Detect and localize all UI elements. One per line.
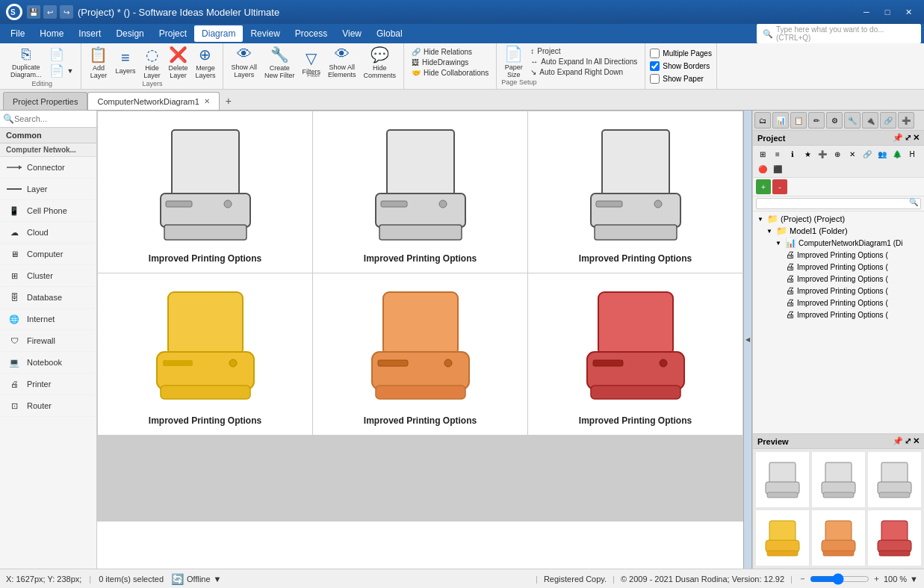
pt-btn-add2[interactable]: ⊕ — [831, 147, 844, 161]
sidebar-item-notebook[interactable]: 💻 Notebook — [0, 352, 96, 374]
tab-computer-network[interactable]: ComputerNetworkDiagram1 ✕ — [87, 92, 219, 110]
project-pin-button[interactable]: 📌 — [893, 133, 903, 143]
preview-pin-button[interactable]: 📌 — [893, 436, 903, 446]
rp-tab-3[interactable]: 📋 — [790, 112, 807, 129]
pt-btn-stop[interactable]: ⬛ — [771, 162, 784, 176]
duplicate-diagram-button[interactable]: ⎘ DuplicateDiagram... — [7, 44, 45, 81]
sidebar-item-router[interactable]: ⊡ Router — [0, 395, 96, 417]
sidebar-item-firewall[interactable]: 🛡 Firewall — [0, 330, 96, 352]
tree-item-diagram[interactable]: ▼ 📊 ComputerNetworkDiagram1 (Di — [754, 237, 923, 249]
menu-diagram[interactable]: Diagram — [194, 25, 243, 42]
pt-btn-people[interactable]: 👥 — [875, 147, 889, 161]
paper-size-button[interactable]: 📄 PaperSize — [501, 49, 526, 75]
sidebar-item-computer[interactable]: 🖥 Computer — [0, 244, 96, 265]
pt-btn-h[interactable]: H — [905, 147, 919, 161]
layers-button[interactable]: ≡ Layers — [112, 44, 138, 81]
pro-btn-2[interactable]: 📄 ▼ — [46, 63, 77, 78]
tree-item-project[interactable]: ▼ 📁 (Project) (Project) — [754, 213, 923, 225]
preview-expand-button[interactable]: ⤢ — [905, 436, 911, 446]
menu-home[interactable]: Home — [32, 25, 71, 42]
pt-btn-star[interactable]: ★ — [801, 147, 814, 161]
tree-item-printer-0[interactable]: 🖨 Improved Printing Options ( — [754, 249, 923, 261]
tree-item-printer-2[interactable]: 🖨 Improved Printing Options ( — [754, 273, 923, 285]
rp-tab-7[interactable]: 🔌 — [862, 112, 878, 129]
zoom-slider[interactable] — [810, 573, 869, 585]
sidebar-item-database[interactable]: 🗄 Database — [0, 287, 96, 309]
pro-btn-1[interactable]: 📄 — [46, 46, 77, 62]
menu-insert[interactable]: Insert — [71, 25, 108, 42]
tab-add-button[interactable]: + — [220, 92, 238, 110]
search-bar[interactable]: 🔍 Type here what you want to do... (CTRL… — [757, 24, 921, 43]
tab-close-button[interactable]: ✕ — [204, 97, 210, 105]
tree-item-model1[interactable]: ▼ 📁 Model1 (Folder) — [754, 225, 923, 237]
hide-layer-button[interactable]: ◌ HideLayer — [140, 44, 164, 81]
rp-tab-9[interactable]: ➕ — [898, 112, 914, 129]
auto-expand-right-down-button[interactable]: ↘ Auto Expand Right Down — [527, 67, 640, 77]
canvas-cell-3[interactable]: Improved Printing Options — [98, 273, 312, 435]
collapse-handle[interactable]: ◀ — [743, 111, 752, 569]
menu-review[interactable]: Review — [243, 25, 287, 42]
sidebar-item-internet[interactable]: 🌐 Internet — [0, 309, 96, 330]
hide-drawings-button[interactable]: 🖼 HideDrawings — [409, 58, 492, 67]
hide-collaborations-button[interactable]: 🤝 Hide Collaborations — [409, 68, 492, 78]
menu-file[interactable]: File — [3, 25, 32, 42]
save-icon[interactable]: 💾 — [27, 5, 40, 19]
project-close-button[interactable]: ✕ — [913, 133, 920, 143]
pt-btn-remove[interactable]: ✕ — [846, 147, 859, 161]
undo-icon[interactable]: ↩ — [43, 5, 57, 19]
tree-item-printer-1[interactable]: 🖨 Improved Printing Options ( — [754, 261, 923, 273]
delete-layer-button[interactable]: ❌ DeleteLayer — [165, 44, 190, 81]
rp-tab-6[interactable]: 🔧 — [844, 112, 861, 129]
close-button[interactable]: ✕ — [899, 4, 918, 19]
canvas-cell-1[interactable]: Improved Printing Options — [313, 111, 527, 273]
pt-btn-grid[interactable]: ⊞ — [756, 147, 769, 161]
sidebar-item-layer[interactable]: Layer — [0, 179, 96, 200]
sidebar-item-cloud[interactable]: ☁ Cloud — [0, 222, 96, 244]
pt-btn-list[interactable]: ≡ — [771, 147, 784, 161]
rp-tab-4[interactable]: ✏ — [808, 112, 825, 129]
pt-btn-refresh[interactable]: 🔴 — [756, 162, 769, 176]
orientation-button[interactable]: ↕ Project — [527, 46, 640, 56]
multiple-pages-checkbox[interactable]: Multiple Pages — [650, 49, 712, 58]
status-offline[interactable]: 🔄 Offline ▼ — [171, 573, 221, 585]
show-paper-checkbox[interactable]: Show Paper — [650, 74, 703, 84]
pt-btn-plus2[interactable]: + — [756, 179, 771, 194]
sidebar-item-connector[interactable]: Connector — [0, 157, 96, 179]
pt-btn-tree[interactable]: 🌲 — [890, 147, 904, 161]
multiple-pages-input[interactable] — [650, 49, 660, 58]
sidebar-item-cluster[interactable]: ⊞ Cluster — [0, 265, 96, 287]
rp-tab-5[interactable]: ⚙ — [826, 112, 843, 129]
project-expand-button[interactable]: ⤢ — [905, 133, 911, 143]
pt-btn-add[interactable]: ➕ — [816, 147, 829, 161]
maximize-button[interactable]: □ — [878, 4, 897, 19]
show-borders-checkbox[interactable]: Show Borders — [650, 61, 710, 71]
pt-btn-link[interactable]: 🔗 — [861, 147, 874, 161]
auto-expand-all-button[interactable]: ↔ Auto Expand In All Directions — [527, 57, 640, 66]
project-search-input[interactable] — [756, 198, 921, 209]
menu-design[interactable]: Design — [108, 25, 151, 42]
menu-view[interactable]: View — [335, 25, 369, 42]
pt-btn-minus[interactable]: - — [772, 179, 787, 194]
canvas-cell-0[interactable]: Improved Printing Options — [98, 111, 312, 273]
show-paper-input[interactable] — [650, 74, 660, 84]
rp-tab-8[interactable]: 🔗 — [880, 112, 896, 129]
menu-global[interactable]: Global — [369, 25, 410, 42]
minimize-button[interactable]: ─ — [857, 4, 876, 19]
canvas-cell-2[interactable]: Improved Printing Options — [528, 111, 742, 273]
tree-item-printer-5[interactable]: 🖨 Improved Printing Options ( — [754, 309, 923, 321]
canvas-cell-5[interactable]: Improved Printing Options — [528, 273, 742, 435]
menu-project[interactable]: Project — [152, 25, 194, 42]
rp-tab-2[interactable]: 📊 — [772, 112, 789, 129]
redo-icon[interactable]: ↪ — [60, 5, 73, 19]
add-layer-button[interactable]: 📋 AddLayer — [86, 44, 111, 81]
zoom-in-icon[interactable]: ＋ — [872, 573, 881, 584]
tree-item-printer-3[interactable]: 🖨 Improved Printing Options ( — [754, 285, 923, 297]
canvas-cell-4[interactable]: Improved Printing Options — [313, 273, 527, 435]
menu-process[interactable]: Process — [288, 25, 335, 42]
show-borders-input[interactable] — [650, 61, 660, 71]
sidebar-item-printer[interactable]: 🖨 Printer — [0, 374, 96, 395]
tab-project-properties[interactable]: Project Properties — [3, 92, 87, 110]
canvas-scroll[interactable]: Improved Printing Options Improved Print… — [97, 111, 743, 569]
tree-item-printer-4[interactable]: 🖨 Improved Printing Options ( — [754, 297, 923, 309]
zoom-dropdown-icon[interactable]: ▼ — [910, 575, 918, 584]
